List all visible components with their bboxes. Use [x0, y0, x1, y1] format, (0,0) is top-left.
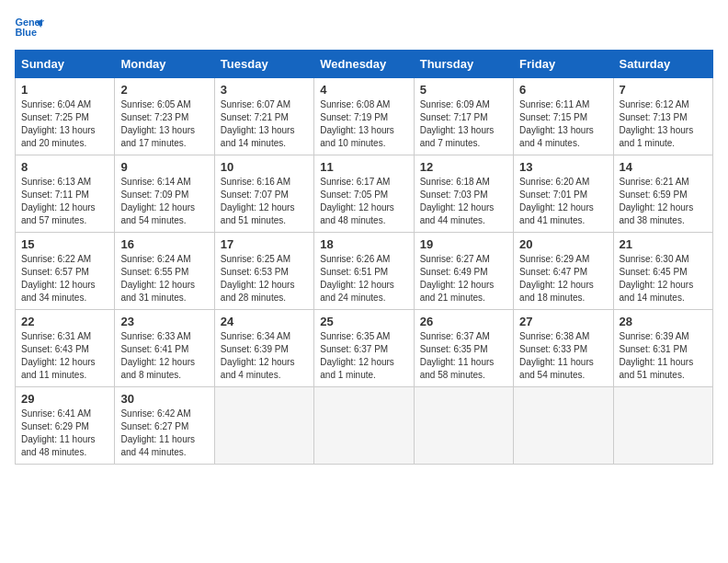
calendar-cell: 13Sunrise: 6:20 AMSunset: 7:01 PMDayligh… [514, 155, 613, 233]
day-info: Sunrise: 6:25 AMSunset: 6:53 PMDaylight:… [221, 253, 308, 304]
calendar-cell: 20Sunrise: 6:29 AMSunset: 6:47 PMDayligh… [514, 233, 613, 310]
calendar-cell: 27Sunrise: 6:38 AMSunset: 6:33 PMDayligh… [514, 310, 613, 387]
calendar-cell: 8Sunrise: 6:13 AMSunset: 7:11 PMDaylight… [16, 155, 115, 233]
calendar-cell: 1Sunrise: 6:04 AMSunset: 7:25 PMDaylight… [16, 78, 115, 155]
calendar-header-row: SundayMondayTuesdayWednesdayThursdayFrid… [16, 51, 713, 78]
day-number: 7 [620, 83, 707, 97]
calendar-cell [514, 387, 613, 465]
day-number: 13 [519, 160, 607, 174]
day-info: Sunrise: 6:16 AMSunset: 7:07 PMDaylight:… [221, 176, 308, 227]
calendar-cell: 25Sunrise: 6:35 AMSunset: 6:37 PMDayligh… [314, 310, 414, 387]
day-number: 20 [519, 237, 607, 251]
calendar-cell: 24Sunrise: 6:34 AMSunset: 6:39 PMDayligh… [214, 310, 313, 387]
day-number: 4 [320, 83, 407, 97]
day-number: 21 [620, 237, 707, 251]
day-info: Sunrise: 6:21 AMSunset: 6:59 PMDaylight:… [620, 176, 707, 227]
day-info: Sunrise: 6:08 AMSunset: 7:19 PMDaylight:… [320, 98, 407, 150]
day-number: 1 [21, 83, 108, 97]
day-info: Sunrise: 6:38 AMSunset: 6:33 PMDaylight:… [519, 330, 607, 382]
calendar-cell: 26Sunrise: 6:37 AMSunset: 6:35 PMDayligh… [414, 310, 513, 387]
weekday-header-friday: Friday [514, 51, 613, 78]
day-info: Sunrise: 6:14 AMSunset: 7:09 PMDaylight:… [120, 176, 208, 227]
weekday-header-saturday: Saturday [613, 51, 712, 78]
day-info: Sunrise: 6:11 AMSunset: 7:15 PMDaylight:… [519, 98, 607, 150]
day-info: Sunrise: 6:17 AMSunset: 7:05 PMDaylight:… [320, 176, 407, 227]
weekday-header-monday: Monday [115, 51, 214, 78]
day-info: Sunrise: 6:04 AMSunset: 7:25 PMDaylight:… [21, 98, 108, 150]
calendar-cell: 14Sunrise: 6:21 AMSunset: 6:59 PMDayligh… [613, 155, 712, 233]
day-number: 17 [221, 237, 308, 251]
day-info: Sunrise: 6:34 AMSunset: 6:39 PMDaylight:… [221, 330, 308, 382]
day-info: Sunrise: 6:20 AMSunset: 7:01 PMDaylight:… [519, 176, 607, 227]
calendar-table: SundayMondayTuesdayWednesdayThursdayFrid… [15, 50, 713, 465]
weekday-header-sunday: Sunday [16, 51, 115, 78]
day-number: 2 [120, 83, 208, 97]
day-info: Sunrise: 6:37 AMSunset: 6:35 PMDaylight:… [420, 330, 507, 382]
calendar-cell: 5Sunrise: 6:09 AMSunset: 7:17 PMDaylight… [414, 78, 513, 155]
calendar-row: 29Sunrise: 6:41 AMSunset: 6:29 PMDayligh… [16, 387, 713, 465]
day-number: 16 [120, 237, 208, 251]
page-header: General Blue [15, 15, 713, 40]
day-info: Sunrise: 6:05 AMSunset: 7:23 PMDaylight:… [120, 98, 208, 150]
calendar-row: 8Sunrise: 6:13 AMSunset: 7:11 PMDaylight… [16, 155, 713, 233]
day-number: 6 [519, 83, 607, 97]
day-number: 23 [120, 315, 208, 328]
day-info: Sunrise: 6:12 AMSunset: 7:13 PMDaylight:… [620, 98, 707, 150]
day-info: Sunrise: 6:07 AMSunset: 7:21 PMDaylight:… [221, 98, 308, 150]
day-number: 3 [221, 83, 308, 97]
calendar-cell: 30Sunrise: 6:42 AMSunset: 6:27 PMDayligh… [115, 387, 214, 465]
day-info: Sunrise: 6:41 AMSunset: 6:29 PMDaylight:… [21, 408, 108, 459]
calendar-row: 22Sunrise: 6:31 AMSunset: 6:43 PMDayligh… [16, 310, 713, 387]
weekday-header-wednesday: Wednesday [314, 51, 414, 78]
day-info: Sunrise: 6:29 AMSunset: 6:47 PMDaylight:… [519, 253, 607, 304]
day-number: 24 [221, 315, 308, 328]
calendar-cell: 4Sunrise: 6:08 AMSunset: 7:19 PMDaylight… [314, 78, 414, 155]
calendar-cell: 3Sunrise: 6:07 AMSunset: 7:21 PMDaylight… [214, 78, 313, 155]
calendar-cell: 11Sunrise: 6:17 AMSunset: 7:05 PMDayligh… [314, 155, 414, 233]
calendar-cell: 18Sunrise: 6:26 AMSunset: 6:51 PMDayligh… [314, 233, 414, 310]
day-number: 12 [420, 160, 507, 174]
calendar-cell [414, 387, 513, 465]
day-number: 22 [21, 315, 108, 328]
calendar-cell: 6Sunrise: 6:11 AMSunset: 7:15 PMDaylight… [514, 78, 613, 155]
calendar-cell [214, 387, 313, 465]
calendar-cell: 9Sunrise: 6:14 AMSunset: 7:09 PMDaylight… [115, 155, 214, 233]
day-number: 18 [320, 237, 407, 251]
svg-text:Blue: Blue [15, 27, 37, 38]
day-number: 26 [420, 315, 507, 328]
calendar-cell: 10Sunrise: 6:16 AMSunset: 7:07 PMDayligh… [214, 155, 313, 233]
calendar-cell: 15Sunrise: 6:22 AMSunset: 6:57 PMDayligh… [16, 233, 115, 310]
day-info: Sunrise: 6:33 AMSunset: 6:41 PMDaylight:… [120, 330, 208, 382]
calendar-cell: 28Sunrise: 6:39 AMSunset: 6:31 PMDayligh… [613, 310, 712, 387]
calendar-cell: 16Sunrise: 6:24 AMSunset: 6:55 PMDayligh… [115, 233, 214, 310]
calendar-cell [613, 387, 712, 465]
day-number: 8 [21, 160, 108, 174]
calendar-cell: 17Sunrise: 6:25 AMSunset: 6:53 PMDayligh… [214, 233, 313, 310]
calendar-row: 15Sunrise: 6:22 AMSunset: 6:57 PMDayligh… [16, 233, 713, 310]
day-number: 11 [320, 160, 407, 174]
day-number: 25 [320, 315, 407, 328]
calendar-cell: 23Sunrise: 6:33 AMSunset: 6:41 PMDayligh… [115, 310, 214, 387]
calendar-cell: 22Sunrise: 6:31 AMSunset: 6:43 PMDayligh… [16, 310, 115, 387]
day-number: 14 [620, 160, 707, 174]
day-info: Sunrise: 6:18 AMSunset: 7:03 PMDaylight:… [420, 176, 507, 227]
calendar-cell: 19Sunrise: 6:27 AMSunset: 6:49 PMDayligh… [414, 233, 513, 310]
day-info: Sunrise: 6:39 AMSunset: 6:31 PMDaylight:… [620, 330, 707, 382]
weekday-header-tuesday: Tuesday [214, 51, 313, 78]
day-number: 28 [620, 315, 707, 328]
day-number: 29 [21, 392, 108, 406]
day-number: 19 [420, 237, 507, 251]
calendar-cell: 12Sunrise: 6:18 AMSunset: 7:03 PMDayligh… [414, 155, 513, 233]
day-info: Sunrise: 6:42 AMSunset: 6:27 PMDaylight:… [120, 408, 208, 459]
day-number: 30 [120, 392, 208, 406]
logo-icon: General Blue [15, 15, 44, 40]
day-info: Sunrise: 6:31 AMSunset: 6:43 PMDaylight:… [21, 330, 108, 382]
calendar-cell: 2Sunrise: 6:05 AMSunset: 7:23 PMDaylight… [115, 78, 214, 155]
day-info: Sunrise: 6:27 AMSunset: 6:49 PMDaylight:… [420, 253, 507, 304]
day-number: 27 [519, 315, 607, 328]
day-info: Sunrise: 6:35 AMSunset: 6:37 PMDaylight:… [320, 330, 407, 382]
day-info: Sunrise: 6:30 AMSunset: 6:45 PMDaylight:… [620, 253, 707, 304]
logo: General Blue [15, 15, 44, 40]
day-info: Sunrise: 6:09 AMSunset: 7:17 PMDaylight:… [420, 98, 507, 150]
day-number: 5 [420, 83, 507, 97]
